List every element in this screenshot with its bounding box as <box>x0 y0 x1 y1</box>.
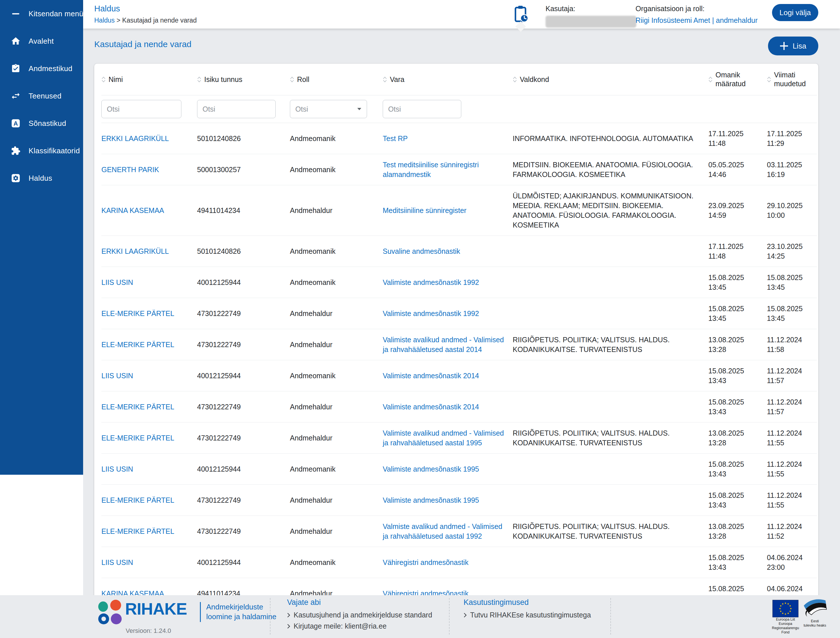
topbar: Haldus Haldus > Kasutajad ja nende varad… <box>83 0 840 28</box>
cell-owner-assigned: 15.08.2025 13:43 <box>708 360 767 391</box>
table-row: LIIS USIN 40012125944 Andmeomanik Valimi… <box>101 267 817 298</box>
cell-personal-id: 40012125944 <box>197 272 290 293</box>
cell-domain: ÜLDMÕISTED; AJAKIRJANDUS. KOMMUNIKATSIOO… <box>513 185 708 235</box>
asset-link[interactable]: Valmiste avalikud andmed - Valimised ja … <box>383 523 502 540</box>
table-filter-row: Otsi <box>101 95 817 123</box>
cell-owner-assigned: 15.08.2025 13:43 <box>708 547 767 578</box>
table-row: ELE-MERIKE PÄRTEL 47301222749 Andmehaldu… <box>101 422 817 453</box>
asset-link[interactable]: Valimiste avalikud andmed - Valimised ja… <box>383 336 504 354</box>
user-block: Kasutaja: <box>546 5 636 28</box>
asset-link[interactable]: Suvaline andmesõnastik <box>383 247 460 255</box>
user-name-link[interactable]: ELE-MERIKE PÄRTEL <box>101 403 174 411</box>
asset-link[interactable]: Valimiste andmesõnastik 1995 <box>383 465 479 473</box>
user-name-link[interactable]: LIIS USIN <box>101 465 133 473</box>
asset-link[interactable]: Valimiste andmesõnastik 1992 <box>383 278 479 286</box>
help-link-manual[interactable]: Kasutusjuhend ja andmekirjelduse standar… <box>287 611 432 619</box>
roll-filter-select[interactable]: Otsi <box>290 100 367 118</box>
brand-name: RIHAKE <box>125 599 187 618</box>
user-name-link[interactable]: ELE-MERIKE PÄRTEL <box>101 527 174 535</box>
help-column: Vajate abi Kasutusjuhend ja andmekirjeld… <box>287 598 432 633</box>
asset-link[interactable]: Valimiste andmesõnastik 2014 <box>383 372 479 380</box>
gear-square-icon <box>10 173 21 183</box>
sidebar-item-datasets[interactable]: Andmestikud <box>0 55 83 82</box>
sidebar-item-services[interactable]: Teenused <box>0 82 83 110</box>
cell-personal-id: 47301222749 <box>197 427 290 448</box>
cell-last-modified: 11.12.2024 11:57 <box>767 360 817 391</box>
cell-domain <box>513 276 708 288</box>
sidebar-item-vocabularies[interactable]: A Sõnastikud <box>0 110 83 137</box>
cell-personal-id: 47301222749 <box>197 490 290 511</box>
asset-link[interactable]: Valimiste andmesõnastik 1992 <box>383 310 479 317</box>
page: Kitsendan menüü Avaleht Andmestikud Teen… <box>0 0 840 638</box>
sort-icon <box>383 76 387 82</box>
terms-heading: Kasutustingimused <box>464 598 591 607</box>
cell-role: Andmehaldur <box>290 200 383 221</box>
column-header-omanik-maaratud[interactable]: Omanik määratud <box>708 64 767 95</box>
cell-personal-id: 40012125944 <box>197 552 290 573</box>
table-row: LIIS USIN 40012125944 Andmeomanik Valimi… <box>101 453 817 485</box>
user-name-link[interactable]: ERKKI LAAGRIKÜLL <box>101 247 169 255</box>
user-name-link[interactable]: ELE-MERIKE PÄRTEL <box>101 310 174 317</box>
add-button-label: Lisa <box>793 42 806 51</box>
user-name-link[interactable]: LIIS USIN <box>101 558 133 566</box>
table-row: KARINA KASEMAA 49411014234 Andmehaldur M… <box>101 185 817 236</box>
add-button[interactable]: Lisa <box>768 36 818 55</box>
asset-link[interactable]: Valimiste andmesõnastik 2014 <box>383 403 479 411</box>
search-input-isiku-tunnus[interactable] <box>197 100 275 118</box>
user-name-link[interactable]: LIIS USIN <box>101 372 133 380</box>
org-label: Organisatsioon ja roll: <box>636 5 758 13</box>
sidebar-item-collapse-menu[interactable]: Kitsendan menüü <box>0 0 83 27</box>
search-input-nimi[interactable] <box>101 100 181 118</box>
help-link-email[interactable]: Kirjutage meile: klient@ria.ee <box>287 622 432 630</box>
cell-last-modified: 11.12.2024 11:55 <box>767 485 817 516</box>
cell-last-modified: 23.10.2025 14:25 <box>767 236 817 267</box>
caret-down-icon <box>357 107 362 111</box>
cell-role: Andmeomanik <box>290 241 383 262</box>
cell-owner-assigned: 13.08.2025 13:28 <box>708 516 767 546</box>
user-name-link[interactable]: KARINA KASEMAA <box>101 206 164 215</box>
version-text: Versioon: 1.24.0 <box>126 627 171 635</box>
column-header-viimati-muudetud[interactable]: Viimati muudetud <box>767 64 817 95</box>
column-header-nimi[interactable]: Nimi <box>101 68 197 91</box>
cell-personal-id: 50101240826 <box>197 128 290 149</box>
chevron-right-icon <box>464 613 467 618</box>
cell-role: Andmeomanik <box>290 128 383 149</box>
user-name-link[interactable]: ELE-MERIKE PÄRTEL <box>101 434 174 442</box>
table-row: LIIS USIN 40012125944 Andmeomanik Valimi… <box>101 360 817 392</box>
column-header-valdkond[interactable]: Valdkond <box>513 68 708 91</box>
search-input-vara[interactable] <box>383 100 461 118</box>
cell-domain: MEDITSIIN. BIOKEEMIA. ANATOOMIA. FÜSIOLO… <box>513 154 708 185</box>
cell-domain <box>513 245 708 257</box>
breadcrumb-root-link[interactable]: Haldus <box>94 17 115 24</box>
asset-link[interactable]: Test RP <box>383 134 408 142</box>
cell-personal-id: 47301222749 <box>197 334 290 355</box>
cell-last-modified: 03.11.2025 16:19 <box>767 154 817 185</box>
column-header-vara[interactable]: Vara <box>383 68 513 91</box>
clipboard-clock-icon[interactable] <box>514 5 529 24</box>
asset-link[interactable]: Test meditsiinilise sünniregistri alaman… <box>383 161 479 178</box>
org-role-link[interactable]: Riigi Infosüsteemi Amet | andmehaldur <box>636 16 758 25</box>
asset-link[interactable]: Vähiregistri andmesõnastik <box>383 558 468 566</box>
asset-link[interactable]: Meditsiiniline sünniregister <box>383 206 467 215</box>
sidebar-item-administration[interactable]: Haldus <box>0 164 83 192</box>
column-header-isiku-tunnus[interactable]: Isiku tunnus <box>197 68 290 91</box>
column-header-roll[interactable]: Roll <box>290 68 383 91</box>
swap-arrows-icon <box>10 90 21 101</box>
asset-link[interactable]: Valimiste avalikud andmed - Valimised ja… <box>383 429 504 447</box>
user-name-link[interactable]: ERKKI LAAGRIKÜLL <box>101 134 169 142</box>
user-name-link[interactable]: LIIS USIN <box>101 278 133 286</box>
chevron-right-icon <box>287 624 290 629</box>
user-name-link[interactable]: ELE-MERIKE PÄRTEL <box>101 496 174 504</box>
asset-link[interactable]: Valimiste andmesõnastik 1995 <box>383 496 479 504</box>
sidebar-item-label: Teenused <box>28 92 62 101</box>
user-name-link[interactable]: GENERTH PARIK <box>101 166 159 174</box>
sidebar-item-classifiers[interactable]: Klassifikaatorid <box>0 137 83 164</box>
clipboard-check-icon <box>10 63 21 74</box>
terms-link[interactable]: Tutvu RIHAKEse kasutustingimustega <box>464 611 591 619</box>
table-body: ERKKI LAAGRIKÜLL 50101240826 Andmeomanik… <box>101 123 817 638</box>
logout-button[interactable]: Logi välja <box>772 4 818 21</box>
user-name-link[interactable]: ELE-MERIKE PÄRTEL <box>101 341 174 349</box>
cell-last-modified: 11.12.2024 11:55 <box>767 453 817 485</box>
sidebar-item-home[interactable]: Avaleht <box>0 27 83 55</box>
table-row: ERKKI LAAGRIKÜLL 50101240826 Andmeomanik… <box>101 123 817 154</box>
